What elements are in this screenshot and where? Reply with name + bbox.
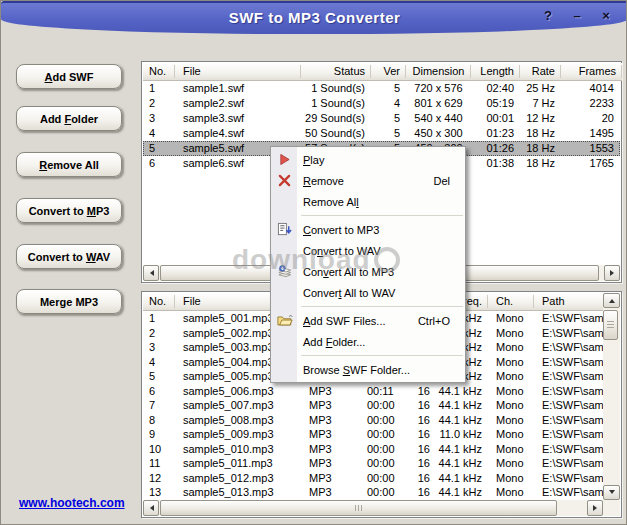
table-row[interactable]: 1sample1.swf1 Sound(s)5720 x 57602:4025 … (143, 81, 620, 96)
add-folder-button[interactable]: Add Folder (16, 106, 122, 131)
table-cell: 05:19 (471, 96, 520, 111)
table-cell: 7 Hz (520, 96, 561, 111)
column-header[interactable]: Dimension (406, 63, 471, 80)
table-cell: E:\SWF\samp (534, 398, 603, 413)
menu-item-label: Play (303, 154, 324, 166)
add-swf-button[interactable]: Add SWF (16, 64, 122, 89)
table-cell: 5 (143, 141, 175, 156)
scroll-right-icon (593, 505, 600, 511)
table-cell: MP3 (301, 427, 359, 442)
table-row[interactable]: 11sample5_011.mp3MP300:001644.1 kHzMonoE… (143, 456, 603, 471)
scroll-down-button[interactable] (603, 485, 620, 500)
table-cell: 11 (143, 456, 175, 471)
help-icon[interactable]: ? (540, 8, 556, 24)
table-cell: E:\SWF\samp (534, 369, 603, 384)
titlebar-controls: ? – × (540, 8, 614, 24)
table-cell: sample5_010.mp3 (175, 442, 301, 457)
table-row[interactable]: 2sample2.swf1 Sound(s)4801 x 62905:197 H… (143, 96, 620, 111)
table-cell: sample5_008.mp3 (175, 413, 301, 428)
table-cell: 4014 (561, 81, 620, 96)
column-header[interactable]: Status (301, 63, 371, 80)
website-link[interactable]: www.hootech.com (19, 496, 125, 510)
mp3-hscroll-thumb[interactable] (160, 500, 557, 516)
play-icon (276, 152, 293, 167)
table-cell: sample5_006.mp3 (175, 384, 301, 399)
table-row[interactable]: 3sample3.swf29 Sound(s)5540 x 44000:0112… (143, 111, 620, 126)
menu-convert-all-wav[interactable]: Convert All to WAV (271, 282, 465, 303)
convert-to-wav-button[interactable]: Convert to WAV (16, 244, 122, 269)
table-cell: MP3 (301, 456, 359, 471)
table-cell: 13 (143, 485, 175, 500)
table-cell: 00:00 (359, 485, 415, 500)
menu-convert-to-mp3[interactable]: Convert to MP3 (271, 219, 465, 240)
column-header[interactable]: No. (143, 63, 175, 80)
menu-add-swf-files[interactable]: Add SWF Files...Ctrl+O (271, 310, 465, 331)
column-header[interactable]: Frames (561, 63, 622, 80)
menu-convert-all-mp3[interactable]: Convert All to MP3 (271, 261, 465, 282)
table-row[interactable]: 8sample5_008.mp3MP300:001644.1 kHzMonoE:… (143, 413, 603, 428)
column-header[interactable]: Rate (520, 63, 561, 80)
mp3-vscroll-thumb[interactable] (603, 310, 618, 340)
convert-all-icon (276, 264, 293, 279)
scroll-up-button[interactable] (603, 293, 620, 308)
menu-remove[interactable]: RemoveDel (271, 170, 465, 191)
table-cell: 44.1 kHz (436, 471, 488, 486)
table-row[interactable]: 9sample5_009.mp3MP300:001611.0 kHzMonoE:… (143, 427, 603, 442)
menu-convert-to-wav[interactable]: Convert to WAV (271, 240, 465, 261)
table-cell: 7 (143, 398, 175, 413)
table-cell: 16 (415, 442, 436, 457)
menu-add-folder[interactable]: Add Folder... (271, 331, 465, 352)
menu-item-label: Add Folder... (303, 336, 365, 348)
menu-item-label: Remove All (303, 196, 359, 208)
column-header[interactable]: Ver (371, 63, 406, 80)
table-cell: 12 (143, 471, 175, 486)
table-row[interactable]: 13sample5_013.mp3MP300:001644.1 kHzMonoE… (143, 485, 603, 500)
column-header[interactable]: Path (534, 293, 605, 310)
table-cell: 44.1 kHz (436, 485, 488, 500)
convert-to-mp3-button[interactable]: Convert to MP3 (16, 198, 122, 223)
scroll-right-button[interactable] (604, 265, 620, 281)
table-cell: 16 (415, 413, 436, 428)
table-row[interactable]: 4sample4.swf50 Sound(s)5450 x 30001:2318… (143, 126, 620, 141)
table-row[interactable]: 10sample5_010.mp3MP300:001644.1 kHzMonoE… (143, 442, 603, 457)
table-cell: MP3 (301, 384, 359, 399)
mp3-vertical-scrollbar[interactable] (603, 293, 620, 500)
menu-play[interactable]: Play (271, 149, 465, 170)
minimize-icon[interactable]: – (569, 8, 585, 24)
scroll-left-button[interactable] (143, 265, 159, 281)
table-row[interactable]: 6sample5_006.mp3MP300:111644.1 kHzMonoE:… (143, 384, 603, 399)
table-cell: 00:00 (359, 471, 415, 486)
table-row[interactable]: 12sample5_012.mp3MP300:001644.1 kHzMonoE… (143, 471, 603, 486)
table-cell: E:\SWF\samp (534, 413, 603, 428)
table-cell: 44.1 kHz (436, 398, 488, 413)
table-row[interactable]: 7sample5_007.mp3MP300:001644.1 kHzMonoE:… (143, 398, 603, 413)
close-icon[interactable]: × (598, 8, 614, 24)
table-cell: E:\SWF\samp (534, 384, 603, 399)
table-cell: 16 (415, 384, 436, 399)
column-header[interactable]: File (175, 63, 301, 80)
column-header[interactable]: No. (143, 293, 175, 310)
menu-remove-all[interactable]: Remove All (271, 191, 465, 212)
scroll-left-button[interactable] (143, 500, 159, 516)
merge-mp3-button[interactable]: Merge MP3 (16, 289, 122, 314)
table-cell: 00:00 (359, 427, 415, 442)
table-cell: 50 Sound(s) (301, 126, 371, 141)
table-cell: 1765 (561, 156, 620, 171)
scroll-right-button[interactable] (587, 500, 603, 516)
table-cell: 4 (371, 96, 406, 111)
table-cell: 02:40 (471, 81, 520, 96)
column-header[interactable]: Ch. (488, 293, 534, 310)
menu-item-label: Add SWF Files... (303, 315, 386, 327)
table-cell: E:\SWF\samp (534, 355, 603, 370)
mp3-horizontal-scrollbar[interactable] (143, 500, 603, 516)
table-cell: 11.0 kHz (436, 427, 488, 442)
scroll-down-icon (609, 490, 615, 497)
menu-browse-swf-folder[interactable]: Browse SWF Folder... (271, 359, 465, 380)
table-cell: 3 (143, 111, 175, 126)
scroll-up-icon (609, 296, 615, 303)
remove-all-button[interactable]: Remove All (16, 152, 122, 177)
table-cell: 6 (143, 384, 175, 399)
table-cell: 1 (143, 311, 175, 326)
column-header[interactable]: Length (471, 63, 520, 80)
table-cell: 5 (371, 126, 406, 141)
